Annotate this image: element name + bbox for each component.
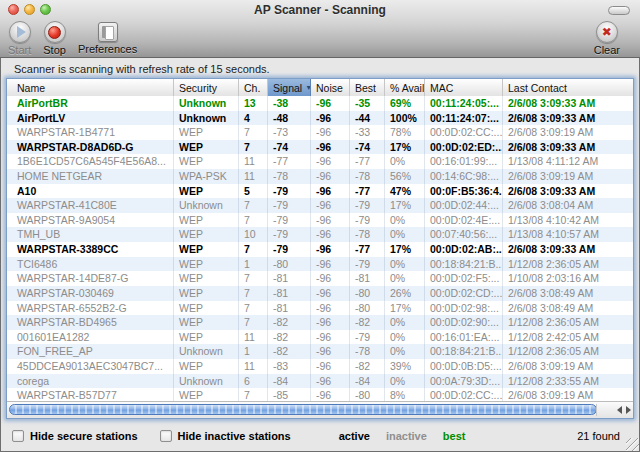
column-header-label: Best: [355, 80, 376, 96]
cell: -96: [311, 374, 350, 389]
cell: WARPSTAR-1B4771: [7, 125, 174, 140]
table-row[interactable]: coregaUnknown6-84-96-840%00:0A:79:3D:...…: [7, 374, 633, 389]
table-row[interactable]: AirPortLVUnknown4-48-96-44100%00:11:24:0…: [7, 111, 633, 126]
cell: 17%: [385, 301, 425, 316]
column-header-signal[interactable]: Signal▼: [268, 79, 311, 96]
table-row[interactable]: WARPSTAR-B57D77WEP7-85-96-808%00:0D:02:C…: [7, 388, 633, 402]
cell: -96: [311, 330, 350, 345]
cell: -96: [311, 213, 350, 228]
table-row[interactable]: FON_FREE_APUnknown1-82-96-780%00:18:84:2…: [7, 344, 633, 359]
title-bar[interactable]: AP Scanner - Scanning: [0, 0, 640, 19]
cell: -80: [350, 388, 385, 402]
cell: -96: [311, 344, 350, 359]
table-row[interactable]: HOME NETGEARWPA-PSK11-78-96-7856%00:14:6…: [7, 169, 633, 184]
cell: 2/6/08 3:09:33 AM: [503, 184, 633, 199]
column-header-ch[interactable]: Ch.: [239, 79, 268, 96]
table-row[interactable]: WARPSTAR-D8AD6D-GWEP7-74-96-7417%00:0D:0…: [7, 140, 633, 155]
column-header-label: % Avail.: [390, 80, 425, 96]
cell: 7: [239, 301, 268, 316]
cell: 0%: [385, 271, 425, 286]
cell: WEP: [174, 140, 239, 155]
cell: 0%: [385, 344, 425, 359]
cell: -80: [350, 286, 385, 301]
column-header-avail[interactable]: % Avail.: [385, 79, 425, 96]
cell: Unknown: [174, 374, 239, 389]
hide-inactive-checkbox[interactable]: Hide inactive stations: [160, 430, 291, 442]
column-header-mac[interactable]: MAC: [425, 79, 503, 96]
station-table: NameSecurityCh.Signal▼NoiseBest% Avail.M…: [6, 78, 634, 419]
table-row[interactable]: WARPSTAR-14DE87-GWEP7-81-96-810%00:0D:02…: [7, 271, 633, 286]
cell: 2/6/08 3:08:49 AM: [503, 286, 633, 301]
column-header-best[interactable]: Best: [350, 79, 385, 96]
table-row[interactable]: WARPSTAR-1B4771WEP7-73-96-3378%00:0D:02:…: [7, 125, 633, 140]
cell: WEP: [174, 301, 239, 316]
cell: 11: [239, 330, 268, 345]
clear-button[interactable]: ✖ Clear: [594, 19, 620, 56]
table-row[interactable]: 001601EA1282WEP11-82-96-790%00:16:01:EA:…: [7, 330, 633, 345]
cell: -96: [311, 154, 350, 169]
table-row[interactable]: WARPSTAR-3389CCWEP7-79-96-7717%00:0D:02:…: [7, 242, 633, 257]
column-header-last-contact[interactable]: Last Contact: [503, 79, 633, 96]
cell: 7: [239, 286, 268, 301]
table-row[interactable]: TMH_UBWEP10-79-96-780%00:07:40:56:...1/1…: [7, 227, 633, 242]
cell: 00:0D:02:CC:...: [425, 125, 503, 140]
cell: -96: [311, 388, 350, 402]
table-row[interactable]: 1B6E1CD57C6A545F4E56A8...WEP11-77-96-770…: [7, 154, 633, 169]
hide-inactive-label: Hide inactive stations: [178, 430, 291, 442]
cell: 1/13/08 4:10:42 AM: [503, 213, 633, 228]
table-row[interactable]: WARPSTAR-BD4965WEP7-82-96-820%00:0D:02:9…: [7, 315, 633, 330]
checkbox-icon[interactable]: [12, 430, 24, 442]
cell: 1: [239, 257, 268, 272]
scroll-right-icon[interactable]: [626, 406, 631, 414]
table-row[interactable]: AirPortBRUnknown13-38-96-3569%00:11:24:0…: [7, 96, 633, 111]
cell: 2/6/08 3:09:33 AM: [503, 96, 633, 111]
cell: -79: [268, 227, 311, 242]
cell: WEP: [174, 330, 239, 345]
scrollbar-thumb[interactable]: [9, 404, 597, 415]
column-header-label: MAC: [430, 80, 453, 96]
cell: -96: [311, 242, 350, 257]
table-row[interactable]: WARPSTAR-9A9054WEP7-79-96-790%00:0D:02:4…: [7, 213, 633, 228]
cell: -48: [268, 111, 311, 126]
hide-secure-checkbox[interactable]: Hide secure stations: [12, 430, 138, 442]
found-count: 21 found: [577, 430, 628, 442]
table-row[interactable]: WARPSTAR-41C80EUnknown7-79-96-7917%00:0D…: [7, 198, 633, 213]
cell: -81: [268, 286, 311, 301]
cell: WARPSTAR-030469: [7, 286, 174, 301]
cell: -33: [350, 125, 385, 140]
cell: Unknown: [174, 344, 239, 359]
stop-button[interactable]: Stop: [43, 19, 66, 56]
table-row[interactable]: WARPSTAR-030469WEP7-81-96-8026%00:0D:02:…: [7, 286, 633, 301]
checkbox-icon[interactable]: [160, 430, 172, 442]
cell: WARPSTAR-3389CC: [7, 242, 174, 257]
cell: Unknown: [174, 96, 239, 111]
column-header-security[interactable]: Security: [174, 79, 239, 96]
cell: 1: [239, 344, 268, 359]
cell: 00:0D:02:4E:...: [425, 213, 503, 228]
start-button[interactable]: Start: [8, 19, 31, 56]
resize-grip[interactable]: [626, 438, 639, 451]
cell: WARPSTAR-D8AD6D-G: [7, 140, 174, 155]
cell: -96: [311, 96, 350, 111]
cell: WARPSTAR-BD4965: [7, 315, 174, 330]
cell: 2/6/08 3:09:33 AM: [503, 111, 633, 126]
cell: 7: [239, 125, 268, 140]
cell: 00:0D:02:98:...: [425, 301, 503, 316]
cell: -78: [268, 169, 311, 184]
cell: 26%: [385, 286, 425, 301]
cell: 00:0D:02:CD:...: [425, 286, 503, 301]
horizontal-scrollbar[interactable]: [7, 401, 633, 418]
legend-best: best: [443, 430, 466, 442]
column-header-label: Ch.: [244, 80, 260, 96]
table-row[interactable]: TCI6486WEP1-80-96-790%00:18:84:21:B...1/…: [7, 257, 633, 272]
cell: 1/13/08 4:11:12 AM: [503, 154, 633, 169]
table-row[interactable]: 45DDCEA9013AEC3047BC7...WEP11-83-96-8239…: [7, 359, 633, 374]
column-header-name[interactable]: Name: [7, 79, 174, 96]
table-row[interactable]: WARPSTAR-6552B2-GWEP7-81-96-8017%00:0D:0…: [7, 301, 633, 316]
table-row[interactable]: A10WEP5-79-96-7747%00:0F:B5:36:4...2/6/0…: [7, 184, 633, 199]
toolbar-toggle-button[interactable]: [608, 6, 630, 15]
preferences-button[interactable]: Preferences: [78, 19, 137, 55]
scroll-left-icon[interactable]: [617, 406, 622, 414]
column-header-noise[interactable]: Noise: [311, 79, 350, 96]
cell: 00:0D:02:44:...: [425, 198, 503, 213]
